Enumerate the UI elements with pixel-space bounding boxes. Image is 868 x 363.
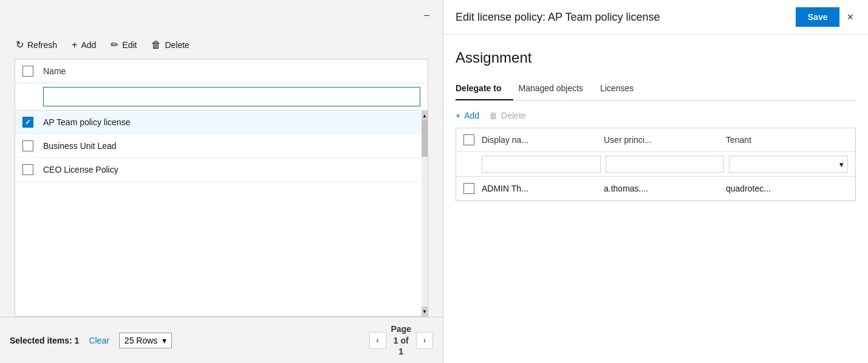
search-input[interactable] (43, 87, 420, 106)
panel-title: Edit license policy: AP Team policy lice… (456, 11, 660, 24)
scroll-down-button[interactable]: ▼ (422, 306, 428, 316)
rows-per-page-select[interactable]: 25 Rows ▾ (119, 333, 172, 348)
row-checkbox-3[interactable] (22, 164, 33, 175)
list-item[interactable]: ✓ AP Team policy license (15, 111, 428, 134)
right-list-row[interactable]: ADMIN Th... a.thomas.... quadrotec... (456, 177, 855, 201)
left-top-bar: – (0, 0, 443, 30)
right-row-checkbox-1[interactable] (463, 183, 474, 194)
rows-dropdown-icon: ▾ (162, 336, 166, 345)
list-footer: Selected items: 1 Clear 25 Rows ▾ ‹ Page… (0, 317, 443, 363)
list-body: ✓ AP Team policy license Business Unit L… (15, 111, 428, 316)
next-page-button[interactable]: › (416, 332, 433, 349)
right-top-bar: Edit license policy: AP Team policy lice… (443, 0, 868, 35)
row-label-2: Business Unit Lead (43, 141, 117, 151)
col-userprincipal: User princi... (604, 135, 726, 145)
rows-per-page-label: 25 Rows (125, 336, 157, 345)
add-label: Add (81, 40, 96, 50)
prev-page-button[interactable]: ‹ (369, 332, 386, 349)
right-list: Display na... User princi... Tenant ▾ AD… (456, 128, 856, 201)
right-add-icon: + (456, 111, 460, 120)
right-panel: Edit license policy: AP Team policy lice… (443, 0, 868, 363)
col-tenant: Tenant (726, 135, 848, 145)
selected-info: Selected items: 1 (10, 336, 79, 345)
scrollbar-thumb[interactable] (422, 120, 428, 157)
filter-tenant-select[interactable]: ▾ (729, 156, 848, 173)
right-header-checkbox[interactable] (463, 134, 474, 145)
scroll-up-button[interactable]: ▲ (422, 111, 428, 120)
scrollbar-track: ▲ ▼ (422, 111, 428, 316)
list-container: Name ✓ AP Team policy license Business U… (15, 59, 428, 317)
header-checkbox[interactable] (22, 66, 33, 77)
cell-userprincipal-1: a.thomas.... (604, 184, 726, 193)
list-item[interactable]: CEO License Policy (15, 158, 428, 182)
right-list-header: Display na... User princi... Tenant (456, 128, 855, 152)
filter-tenant-dropdown-icon: ▾ (839, 160, 844, 169)
edit-icon: ✏ (111, 39, 118, 50)
top-bar-right: Save × (796, 7, 856, 27)
right-content: Assignment Delegate to Managed objects L… (443, 35, 868, 363)
search-row (15, 83, 428, 111)
toolbar: ↻ Refresh + Add ✏ Edit 🗑 Delete (0, 30, 443, 59)
tab-delegate-to[interactable]: Delegate to (456, 78, 513, 100)
page-info: Page 1 of 1 (391, 323, 411, 357)
pagination: ‹ Page 1 of 1 › (369, 323, 433, 357)
right-toolbar: + Add 🗑 Delete (456, 111, 856, 120)
right-delete-label: Delete (501, 111, 525, 120)
left-panel: – ↻ Refresh + Add ✏ Edit 🗑 Delete Name (0, 0, 443, 363)
checkmark-icon: ✓ (25, 118, 31, 126)
tab-licenses[interactable]: Licenses (600, 78, 646, 100)
right-delete-button[interactable]: 🗑 Delete (489, 111, 525, 120)
right-filter-row: ▾ (456, 152, 855, 177)
edit-label: Edit (122, 40, 137, 50)
delete-icon: 🗑 (151, 40, 161, 50)
close-button[interactable]: × (844, 9, 856, 26)
cell-displayname-1: ADMIN Th... (482, 184, 604, 193)
tabs: Delegate to Managed objects Licenses (456, 78, 856, 101)
col-displayname: Display na... (482, 135, 604, 145)
edit-button[interactable]: ✏ Edit (109, 36, 138, 53)
save-button[interactable]: Save (796, 7, 840, 27)
filter-userprincipal-input[interactable] (606, 156, 725, 173)
refresh-icon: ↻ (16, 39, 24, 50)
delete-label: Delete (165, 40, 189, 50)
row-checkbox-1[interactable]: ✓ (22, 117, 33, 128)
row-label-1: AP Team policy license (43, 117, 130, 127)
add-button[interactable]: + Add (70, 37, 97, 53)
delete-button[interactable]: 🗑 Delete (150, 37, 190, 53)
refresh-button[interactable]: ↻ Refresh (15, 36, 58, 53)
assignment-title: Assignment (456, 49, 856, 66)
add-icon: + (72, 40, 77, 50)
row-checkbox-2[interactable] (22, 140, 33, 151)
refresh-label: Refresh (27, 40, 57, 50)
list-header: Name (15, 60, 428, 83)
list-item[interactable]: Business Unit Lead (15, 134, 428, 158)
row-label-3: CEO License Policy (43, 165, 118, 175)
cell-tenant-1: quadrotec... (726, 184, 848, 193)
minimize-button[interactable]: – (420, 9, 433, 22)
clear-button[interactable]: Clear (89, 336, 109, 345)
right-add-button[interactable]: + Add (456, 111, 479, 120)
right-add-label: Add (464, 111, 479, 120)
right-delete-icon: 🗑 (489, 111, 497, 120)
filter-displayname-input[interactable] (482, 156, 601, 173)
header-name-label: Name (43, 66, 66, 76)
tab-managed-objects[interactable]: Managed objects (518, 78, 595, 100)
